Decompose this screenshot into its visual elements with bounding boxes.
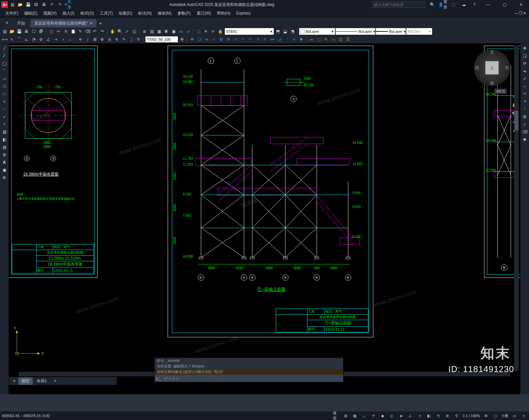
ref-frame-icon[interactable]: ▭ <box>330 36 337 43</box>
dim-insp-icon[interactable]: ◎ <box>106 36 113 43</box>
tb-print-icon[interactable]: 🖶 <box>23 28 30 35</box>
status-otrack-icon[interactable]: ∠ <box>407 412 414 419</box>
tab-model[interactable]: 模型 <box>18 377 33 385</box>
tb-layer-freeze-icon[interactable]: ❄ <box>210 28 216 35</box>
rtb-rotate-icon[interactable]: ⟳ <box>521 60 528 67</box>
rtb-move-icon[interactable]: ✥ <box>521 45 528 52</box>
linetype-dropdown[interactable]: ByLayer▾ <box>336 28 375 35</box>
viewcube-west[interactable]: 西 <box>475 65 479 71</box>
draw-polygon-icon[interactable]: ⬠ <box>1 83 8 90</box>
window-minimize-icon[interactable]: — <box>481 0 495 9</box>
draw-arc-icon[interactable]: ⌒ <box>1 68 8 74</box>
tb-paste-icon[interactable]: 📋 <box>70 28 76 35</box>
ref-edit-icon[interactable]: ✎ <box>323 36 329 43</box>
menu-modify[interactable]: 修改(M) <box>155 10 174 17</box>
viewcube-north[interactable]: 北 <box>490 50 494 55</box>
lineweight-dropdown[interactable]: ByLayer▾ <box>376 28 406 35</box>
dimstyle-combo[interactable] <box>145 36 178 42</box>
search-icon[interactable]: 🔍 <box>428 1 436 8</box>
mod-break-icon[interactable]: ⫻ <box>262 36 268 43</box>
tb-zoomext-icon[interactable]: ⤢ <box>124 28 130 35</box>
status-lwt-icon[interactable]: ≡ <box>416 412 423 419</box>
status-transparency-icon[interactable]: ◧ <box>426 412 432 419</box>
menu-insert[interactable]: 插入(I) <box>60 10 77 17</box>
doc-restore-icon[interactable]: ❐ <box>519 11 522 16</box>
draw-xline-icon[interactable]: ⟋ <box>1 106 8 112</box>
menu-file[interactable]: 文件(F) <box>3 10 21 17</box>
draw-table-icon[interactable]: ⊞ <box>1 151 8 158</box>
viewcube-east[interactable]: 东 <box>505 65 509 71</box>
mod-offset-icon[interactable]: ⫽ <box>211 36 217 43</box>
draw-line-icon[interactable]: ╱ <box>1 45 8 52</box>
status-polar-icon[interactable]: ✛ <box>370 412 377 419</box>
qat-saveas-icon[interactable]: 🖫 <box>32 1 40 8</box>
dim-rad-icon[interactable]: ◔ <box>30 36 37 43</box>
file-tab-add-button[interactable]: + <box>97 20 104 27</box>
viewcube[interactable]: 上 北 南 东 西 <box>474 50 510 86</box>
dim-linear-icon[interactable]: ⟷ <box>1 36 8 43</box>
menu-express[interactable]: Express <box>234 10 253 17</box>
qat-undo-icon[interactable]: ↶ <box>48 1 56 8</box>
status-annomon-icon[interactable]: ⊕ <box>444 412 451 419</box>
tb-block-icon[interactable]: ◫ <box>48 28 55 35</box>
doc-minimize-icon[interactable]: — <box>514 11 518 16</box>
dim-ord-icon[interactable]: ⊾ <box>23 36 30 43</box>
mod-copy-icon[interactable]: ❏ <box>196 36 203 43</box>
draw-ellipse-icon[interactable]: ⬭ <box>1 91 8 97</box>
dim-center-icon[interactable]: ⊕ <box>99 36 105 43</box>
tb-publish-icon[interactable]: 🗐 <box>38 28 44 35</box>
rtb-trim-icon[interactable]: ⪥ <box>521 91 528 97</box>
doc-close-icon[interactable]: ✕ <box>523 11 526 16</box>
dim-space-icon[interactable]: ≋ <box>77 36 84 43</box>
tb-save-icon[interactable]: 💾 <box>16 28 22 35</box>
dim-ang-icon[interactable]: ∠ <box>45 36 52 43</box>
app-logo[interactable]: A▾ <box>1 1 8 8</box>
tb-erase-icon[interactable]: ⌫ <box>84 28 91 35</box>
viewcube-top-face[interactable]: 上 <box>485 61 499 74</box>
mod-move-icon[interactable]: ✥ <box>189 36 195 43</box>
tb-redo2-icon[interactable]: ↷ <box>99 28 105 35</box>
mod-rotate-icon[interactable]: ⟳ <box>225 36 232 43</box>
tb-zoomobj-icon[interactable]: ◱ <box>131 28 138 35</box>
dim-quick-icon[interactable]: ⇢ <box>52 36 59 43</box>
status-ortho-icon[interactable]: ∟ <box>361 412 367 419</box>
dim-jog-icon[interactable]: ↯ <box>113 36 120 43</box>
start-tab[interactable]: 开始 <box>13 19 30 27</box>
draw-insert-icon[interactable]: ⊕ <box>1 174 8 181</box>
status-coords[interactable]: 693052.44, −306078.19, 0.00 <box>2 414 50 418</box>
viewcube-south[interactable]: 南 <box>490 80 494 86</box>
rtb-extend-icon[interactable]: ⪤ <box>521 98 528 105</box>
tb-cut-icon[interactable]: ✂ <box>55 28 62 35</box>
ref-clip-icon[interactable]: ⬚ <box>315 36 322 43</box>
status-gear-icon[interactable]: ⚙ <box>483 412 489 419</box>
tab-layout1[interactable]: 布局1 <box>33 377 50 385</box>
tb-layprev-icon[interactable]: ⬔ <box>289 28 296 35</box>
rtb-mirror-icon[interactable]: ⇋ <box>521 68 528 74</box>
status-workspace-icon[interactable]: ▢ <box>492 412 499 419</box>
status-3dosnap-icon[interactable]: ◈ <box>398 412 404 419</box>
status-iso-icon[interactable]: ◆ <box>379 412 386 419</box>
draw-ray-icon[interactable]: ➶ <box>1 113 8 120</box>
dim-arc-icon[interactable]: ⌒ <box>16 36 22 43</box>
file-tab-close-icon[interactable]: ✕ <box>90 21 93 25</box>
mod-chamfer-icon[interactable]: ◿ <box>276 36 283 43</box>
tb-dcal-icon[interactable]: 🖩 <box>163 28 170 35</box>
tb-zoomwin-icon[interactable]: 🔍 <box>116 28 123 35</box>
ref-mgr-icon[interactable]: ☰ <box>345 36 351 43</box>
dim-base-icon[interactable]: ⫞ <box>60 36 66 43</box>
cloud-icon[interactable]: ☁ <box>460 1 468 8</box>
cmd-input[interactable] <box>163 376 343 381</box>
status-clean-icon[interactable]: ▭ <box>511 412 518 419</box>
mod-stretch-icon[interactable]: ↔ <box>240 36 246 43</box>
rtb-array-icon[interactable]: ⊞ <box>521 113 528 120</box>
file-tab-active[interactable]: 某反应塔和布袋除尘器结构图* ✕ <box>30 19 97 27</box>
command-line[interactable]: 命令: _textedit 当前设置: 编辑模式 = Multiple 选择注释… <box>154 357 344 382</box>
tb-cmdline-icon[interactable]: ▭ <box>178 28 184 35</box>
tb-match-icon[interactable]: ✎ <box>77 28 84 35</box>
rtb-explode-icon[interactable]: ✺ <box>521 136 528 143</box>
tb-preview-icon[interactable]: 🖵 <box>30 28 37 35</box>
tb-qsel-icon[interactable]: ▣ <box>170 28 177 35</box>
menu-view[interactable]: 视图(V) <box>41 10 59 17</box>
draw-hatch-icon[interactable]: ▨ <box>1 129 8 135</box>
draw-gradient-icon[interactable]: ◧ <box>1 136 8 143</box>
